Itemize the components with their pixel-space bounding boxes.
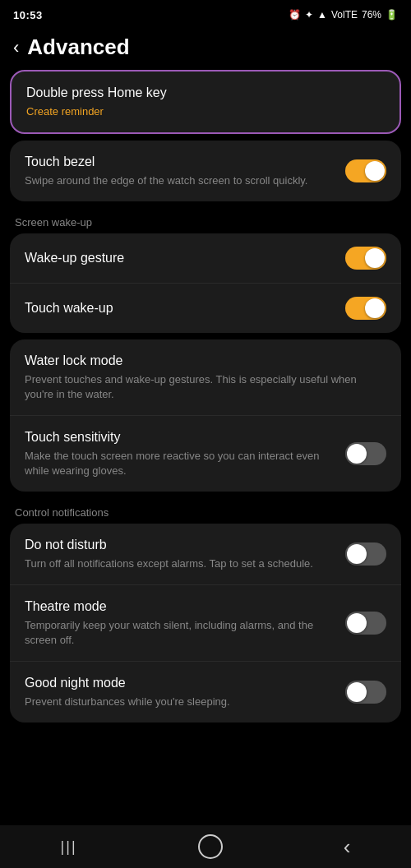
touch-bezel-card: Touch bezel Swipe around the edge of the… [10, 141, 401, 201]
touch-wakeup-text: Touch wake-up [25, 300, 345, 317]
do-not-disturb-setting[interactable]: Do not disturb Turn off all notification… [10, 524, 401, 585]
touch-wakeup-toggle[interactable] [345, 297, 386, 320]
touch-wakeup-title: Touch wake-up [25, 300, 335, 317]
status-bar: 10:53 ⏰ ✦ ▲ VolTE 76% 🔋 [0, 0, 411, 26]
good-night-mode-subtitle: Prevent disturbances while you're sleepi… [25, 695, 335, 709]
touch-wakeup-knob [365, 298, 385, 318]
do-not-disturb-title: Do not disturb [25, 537, 335, 554]
good-night-mode-knob [347, 682, 367, 702]
touch-bezel-text: Touch bezel Swipe around the edge of the… [25, 154, 345, 188]
theatre-mode-subtitle: Temporarily keep your watch silent, incl… [25, 618, 335, 648]
settings-content: Double press Home key Create reminder To… [0, 70, 411, 778]
battery-percent: 76% [362, 9, 381, 21]
touch-sensitivity-knob [347, 444, 367, 464]
good-night-mode-toggle[interactable] [345, 681, 386, 704]
nav-menu-icon[interactable]: ||| [61, 838, 77, 856]
double-press-setting[interactable]: Double press Home key Create reminder [12, 72, 399, 132]
status-time: 10:53 [13, 9, 43, 21]
nav-home-icon[interactable] [198, 834, 223, 859]
touch-bezel-toggle[interactable] [345, 159, 386, 182]
touch-sensitivity-setting[interactable]: Touch sensitivity Make the touch screen … [10, 416, 401, 492]
status-icons: ⏰ ✦ ▲ VolTE 76% 🔋 [289, 9, 398, 21]
battery-icon: 🔋 [386, 9, 398, 21]
touch-bezel-knob [365, 161, 385, 181]
water-lock-text: Water lock mode Prevent touches and wake… [25, 353, 386, 402]
control-notifications-label: Control notifications [10, 498, 401, 524]
theatre-mode-toggle[interactable] [345, 612, 386, 635]
do-not-disturb-toggle[interactable] [345, 542, 386, 566]
touch-wakeup-setting[interactable]: Touch wake-up [10, 284, 401, 333]
do-not-disturb-text: Do not disturb Turn off all notification… [25, 537, 345, 571]
touch-bezel-title: Touch bezel [25, 154, 335, 171]
water-lock-title: Water lock mode [25, 353, 376, 370]
bluetooth-icon: ✦ [305, 9, 313, 21]
double-press-subtitle: Create reminder [26, 104, 375, 119]
touch-sensitivity-toggle[interactable] [345, 442, 386, 465]
touch-bezel-setting[interactable]: Touch bezel Swipe around the edge of the… [10, 141, 401, 201]
page-header: ‹ Advanced [0, 26, 411, 70]
notifications-card: Do not disturb Turn off all notification… [10, 524, 401, 723]
wakeup-gesture-toggle[interactable] [345, 247, 386, 270]
theatre-mode-text: Theatre mode Temporarily keep your watch… [25, 598, 345, 648]
signal-icon: VolTE [331, 9, 358, 21]
touch-bezel-subtitle: Swipe around the edge of the watch scree… [25, 173, 335, 188]
double-press-card[interactable]: Double press Home key Create reminder [10, 70, 401, 134]
page-title: Advanced [27, 35, 129, 60]
theatre-mode-title: Theatre mode [25, 598, 335, 616]
wakeup-gesture-text: Wake-up gesture [25, 250, 345, 267]
nav-bar: ||| ‹ [0, 825, 411, 868]
do-not-disturb-subtitle: Turn off all notifications except alarms… [25, 556, 335, 571]
good-night-mode-setting[interactable]: Good night mode Prevent disturbances whi… [10, 662, 401, 723]
wakeup-gesture-title: Wake-up gesture [25, 250, 335, 267]
nav-back-icon[interactable]: ‹ [344, 834, 351, 860]
wakeup-gesture-knob [365, 248, 385, 268]
theatre-mode-setting[interactable]: Theatre mode Temporarily keep your watch… [10, 585, 401, 662]
double-press-title: Double press Home key [26, 85, 375, 102]
good-night-mode-text: Good night mode Prevent disturbances whi… [25, 675, 345, 709]
water-lock-card: Water lock mode Prevent touches and wake… [10, 339, 401, 492]
wifi-icon: ▲ [317, 9, 327, 21]
touch-sensitivity-title: Touch sensitivity [25, 429, 335, 446]
water-lock-setting[interactable]: Water lock mode Prevent touches and wake… [10, 339, 401, 416]
screen-wakeup-label: Screen wake-up [10, 208, 401, 233]
alarm-icon: ⏰ [289, 9, 301, 21]
do-not-disturb-knob [347, 544, 367, 564]
theatre-mode-knob [347, 613, 367, 633]
double-press-text: Double press Home key Create reminder [26, 85, 385, 119]
wakeup-card: Wake-up gesture Touch wake-up [10, 233, 401, 333]
good-night-mode-title: Good night mode [25, 675, 335, 692]
touch-sensitivity-text: Touch sensitivity Make the touch screen … [25, 429, 345, 478]
touch-sensitivity-subtitle: Make the touch screen more reactive so y… [25, 449, 335, 478]
water-lock-subtitle: Prevent touches and wake-up gestures. Th… [25, 372, 376, 402]
wakeup-gesture-setting[interactable]: Wake-up gesture [10, 233, 401, 284]
back-button[interactable]: ‹ [13, 37, 19, 58]
